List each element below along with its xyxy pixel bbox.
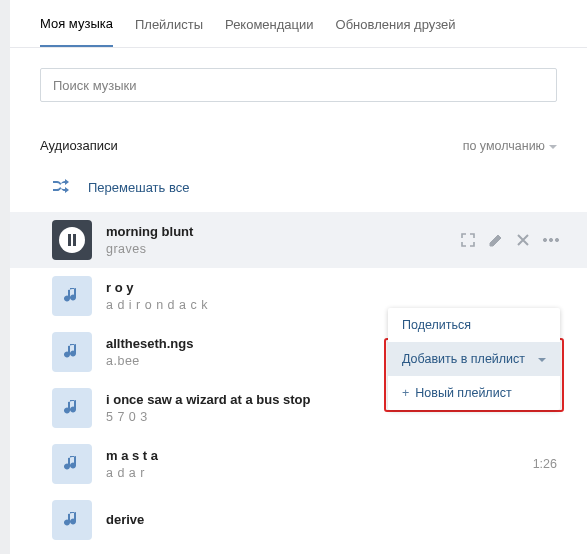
sort-label: по умолчанию — [463, 139, 545, 153]
track-row[interactable]: m a s t a a d a r 1:26 — [10, 436, 587, 492]
track-artist: 5 7 0 3 — [106, 410, 525, 424]
track-cover[interactable] — [52, 276, 92, 316]
track-duration: 1:26 — [533, 457, 557, 471]
track-title: derive — [106, 512, 557, 529]
track-cover[interactable] — [52, 444, 92, 484]
menu-add-to-playlist-label: Добавить в плейлист — [402, 352, 525, 366]
menu-new-playlist[interactable]: + Новый плейлист — [388, 376, 560, 410]
menu-share[interactable]: Поделиться — [388, 308, 560, 342]
tab-friends-updates[interactable]: Обновления друзей — [336, 2, 456, 46]
svg-point-2 — [543, 238, 546, 241]
menu-new-playlist-label: Новый плейлист — [415, 386, 511, 400]
chevron-down-icon — [549, 139, 557, 153]
expand-icon[interactable] — [461, 233, 475, 247]
track-row[interactable]: morning blunt graves — [10, 212, 587, 268]
track-title: morning blunt — [106, 224, 461, 241]
svg-point-3 — [549, 238, 552, 241]
note-icon — [64, 399, 80, 417]
menu-add-to-playlist[interactable]: Добавить в плейлист — [388, 342, 560, 376]
track-cover[interactable] — [52, 388, 92, 428]
plus-icon: + — [402, 386, 409, 400]
sort-dropdown[interactable]: по умолчанию — [463, 139, 557, 153]
tab-recommendations[interactable]: Рекомендации — [225, 2, 314, 46]
close-icon[interactable] — [517, 234, 529, 246]
track-actions — [461, 233, 559, 247]
search-input[interactable] — [40, 68, 557, 102]
tab-playlists[interactable]: Плейлисты — [135, 2, 203, 46]
shuffle-label: Перемешать все — [88, 180, 189, 195]
track-artist: a d a r — [106, 466, 525, 480]
pause-button[interactable] — [52, 220, 92, 260]
track-cover[interactable] — [52, 500, 92, 540]
context-menu: Поделиться Добавить в плейлист + Новый п… — [388, 308, 560, 410]
shuffle-all[interactable]: Перемешать все — [10, 167, 587, 212]
section-title: Аудиозаписи — [40, 138, 118, 153]
svg-rect-1 — [73, 234, 76, 246]
edit-icon[interactable] — [489, 233, 503, 247]
svg-rect-0 — [68, 234, 71, 246]
shuffle-icon — [52, 179, 70, 196]
track-row[interactable]: derive — [10, 492, 587, 548]
chevron-down-icon — [538, 352, 546, 366]
note-icon — [64, 455, 80, 473]
note-icon — [64, 511, 80, 529]
note-icon — [64, 343, 80, 361]
track-artist: graves — [106, 242, 461, 256]
note-icon — [64, 287, 80, 305]
tabs-bar: Моя музыка Плейлисты Рекомендации Обновл… — [10, 0, 587, 48]
track-title: m a s t a — [106, 448, 525, 465]
svg-point-4 — [555, 238, 558, 241]
tab-my-music[interactable]: Моя музыка — [40, 1, 113, 47]
track-title: r o y — [106, 280, 557, 297]
more-icon[interactable] — [543, 238, 559, 242]
track-cover[interactable] — [52, 332, 92, 372]
